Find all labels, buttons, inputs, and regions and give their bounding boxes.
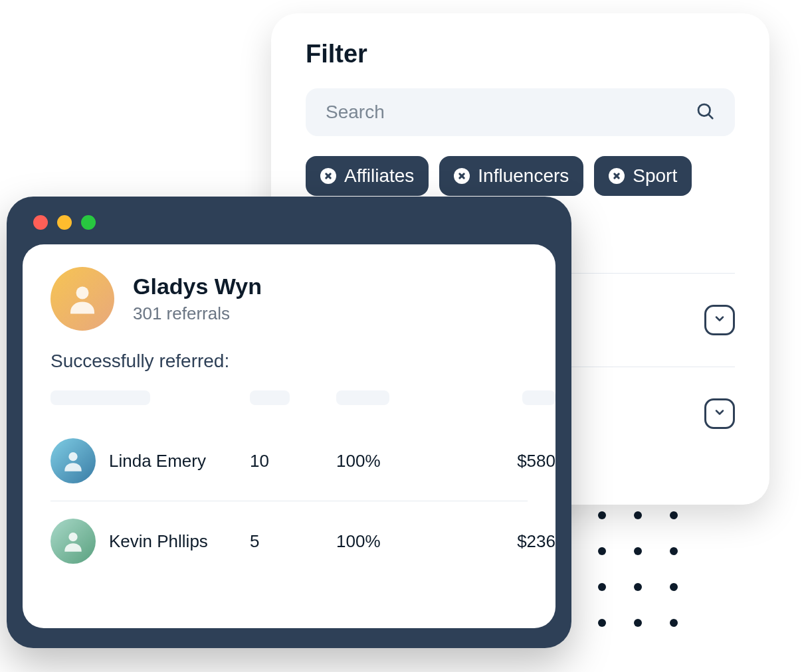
chip-label: Sport: [633, 165, 677, 187]
column-header-placeholder: [50, 390, 150, 405]
minimize-icon[interactable]: [57, 215, 72, 230]
column-header-placeholder: [522, 390, 555, 405]
referral-amount: $580: [449, 451, 555, 471]
avatar: [50, 267, 114, 331]
close-icon[interactable]: [33, 215, 48, 230]
profile-header: Gladys Wyn 301 referrals: [50, 267, 528, 331]
table-row[interactable]: Kevin Phllips 5 100% $236: [50, 501, 528, 581]
table-header: [50, 390, 528, 405]
referral-rate: 100%: [336, 451, 449, 471]
search-placeholder: Search: [326, 102, 385, 123]
column-header-placeholder: [250, 390, 290, 405]
svg-point-4: [68, 533, 77, 541]
avatar: [50, 519, 96, 564]
chip-influencers[interactable]: Influencers: [439, 156, 583, 196]
filter-title: Filter: [306, 40, 735, 68]
referrals-window: Gladys Wyn 301 referrals Successfully re…: [7, 197, 571, 648]
chip-label: Influencers: [478, 165, 569, 187]
profile-subtitle: 301 referrals: [133, 303, 262, 324]
remove-icon[interactable]: [320, 168, 336, 184]
referral-rate: 100%: [336, 531, 449, 552]
svg-point-3: [68, 452, 77, 461]
referral-amount: $236: [449, 531, 555, 552]
window-controls: [23, 212, 555, 230]
referral-count: 10: [250, 451, 336, 471]
chip-sport[interactable]: Sport: [594, 156, 692, 196]
table-row[interactable]: Linda Emery 10 100% $580: [50, 421, 528, 501]
referrals-card: Gladys Wyn 301 referrals Successfully re…: [23, 244, 555, 628]
referral-count: 5: [250, 531, 336, 552]
search-icon: [695, 101, 715, 124]
maximize-icon[interactable]: [81, 215, 96, 230]
section-label: Successfully referred:: [50, 351, 528, 372]
decorative-dot-grid: [598, 511, 678, 627]
profile-name: Gladys Wyn: [133, 274, 262, 299]
chip-affiliates[interactable]: Affiliates: [306, 156, 429, 196]
svg-line-1: [709, 115, 713, 119]
svg-point-2: [76, 287, 89, 299]
remove-icon[interactable]: [609, 168, 625, 184]
remove-icon[interactable]: [454, 168, 470, 184]
referral-name: Linda Emery: [109, 451, 206, 471]
search-input[interactable]: Search: [306, 88, 735, 136]
avatar: [50, 438, 96, 483]
chevron-down-icon: [713, 312, 726, 328]
expand-button[interactable]: [704, 305, 735, 335]
column-header-placeholder: [336, 390, 389, 405]
chevron-down-icon: [713, 406, 726, 422]
referral-name: Kevin Phllips: [109, 531, 208, 552]
expand-button[interactable]: [704, 398, 735, 429]
chip-label: Affiliates: [344, 165, 414, 187]
